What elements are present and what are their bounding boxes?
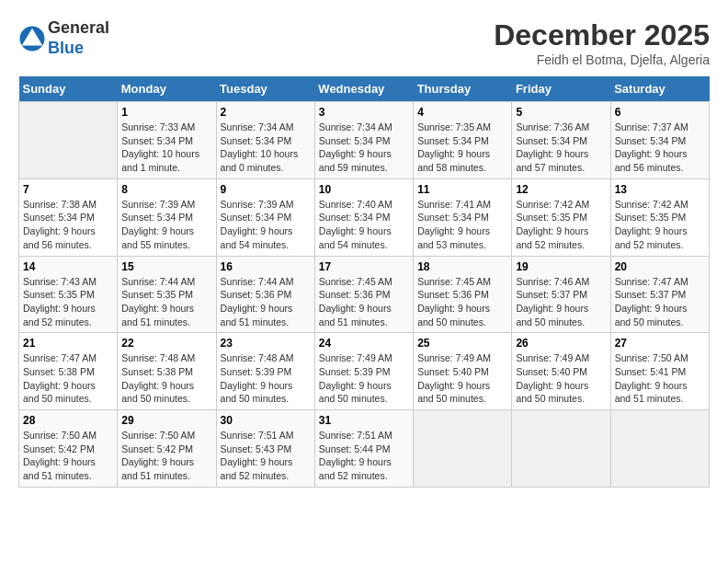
calendar-cell: 15Sunrise: 7:44 AM Sunset: 5:35 PM Dayli… [118,256,216,333]
day-number: 25 [417,337,507,350]
day-info: Sunrise: 7:42 AM Sunset: 5:35 PM Dayligh… [615,198,705,252]
calendar-cell: 26Sunrise: 7:49 AM Sunset: 5:40 PM Dayli… [512,333,610,410]
calendar-cell: 5Sunrise: 7:36 AM Sunset: 5:34 PM Daylig… [512,102,610,179]
calendar-cell: 22Sunrise: 7:48 AM Sunset: 5:38 PM Dayli… [118,333,216,410]
logo-text: General Blue [48,18,109,58]
day-info: Sunrise: 7:49 AM Sunset: 5:39 PM Dayligh… [319,351,409,406]
calendar-week-row: 14Sunrise: 7:43 AM Sunset: 5:35 PM Dayli… [19,256,710,333]
day-info: Sunrise: 7:40 AM Sunset: 5:34 PM Dayligh… [319,198,409,252]
calendar-table: SundayMondayTuesdayWednesdayThursdayFrid… [18,76,710,488]
day-number: 16 [221,260,311,273]
calendar-header-row: SundayMondayTuesdayWednesdayThursdayFrid… [19,76,710,102]
day-of-week-header: Thursday [414,76,512,102]
day-number: 13 [615,183,705,196]
day-info: Sunrise: 7:44 AM Sunset: 5:36 PM Dayligh… [221,275,311,329]
calendar-cell: 14Sunrise: 7:43 AM Sunset: 5:35 PM Dayli… [19,256,118,333]
day-info: Sunrise: 7:50 AM Sunset: 5:42 PM Dayligh… [23,429,113,483]
day-info: Sunrise: 7:33 AM Sunset: 5:34 PM Dayligh… [121,121,211,175]
day-info: Sunrise: 7:45 AM Sunset: 5:36 PM Dayligh… [319,275,409,329]
day-number: 23 [221,337,311,350]
calendar-week-row: 1Sunrise: 7:33 AM Sunset: 5:34 PM Daylig… [19,102,710,179]
calendar-cell: 13Sunrise: 7:42 AM Sunset: 5:35 PM Dayli… [610,178,709,256]
day-number: 14 [23,260,113,273]
calendar-cell: 29Sunrise: 7:50 AM Sunset: 5:42 PM Dayli… [118,410,216,488]
calendar-cell [414,410,512,488]
day-number: 22 [121,337,211,350]
day-number: 26 [516,337,606,350]
day-of-week-header: Sunday [19,76,118,102]
calendar-cell: 25Sunrise: 7:49 AM Sunset: 5:40 PM Dayli… [414,333,512,410]
calendar-cell: 20Sunrise: 7:47 AM Sunset: 5:37 PM Dayli… [610,256,709,333]
day-info: Sunrise: 7:48 AM Sunset: 5:39 PM Dayligh… [221,351,311,406]
day-number: 1 [121,106,211,119]
day-number: 29 [121,414,211,427]
day-info: Sunrise: 7:37 AM Sunset: 5:34 PM Dayligh… [615,121,705,175]
day-number: 6 [615,106,705,119]
day-number: 28 [23,414,113,427]
day-number: 24 [319,337,409,350]
calendar-cell: 10Sunrise: 7:40 AM Sunset: 5:34 PM Dayli… [314,178,413,256]
day-number: 15 [121,260,211,273]
calendar-cell [512,410,610,488]
day-number: 17 [319,260,409,273]
calendar-cell: 9Sunrise: 7:39 AM Sunset: 5:34 PM Daylig… [216,178,314,256]
calendar-cell: 11Sunrise: 7:41 AM Sunset: 5:34 PM Dayli… [414,178,512,256]
calendar-cell: 4Sunrise: 7:35 AM Sunset: 5:34 PM Daylig… [414,102,512,179]
day-number: 8 [121,183,211,196]
day-info: Sunrise: 7:34 AM Sunset: 5:34 PM Dayligh… [221,121,311,175]
day-number: 27 [615,337,705,350]
day-info: Sunrise: 7:38 AM Sunset: 5:34 PM Dayligh… [23,198,113,252]
calendar-cell: 30Sunrise: 7:51 AM Sunset: 5:43 PM Dayli… [216,410,314,488]
calendar-cell: 2Sunrise: 7:34 AM Sunset: 5:34 PM Daylig… [216,102,314,179]
day-info: Sunrise: 7:34 AM Sunset: 5:34 PM Dayligh… [319,121,409,175]
calendar-cell: 6Sunrise: 7:37 AM Sunset: 5:34 PM Daylig… [610,102,709,179]
day-info: Sunrise: 7:43 AM Sunset: 5:35 PM Dayligh… [23,275,113,329]
day-number: 5 [516,106,606,119]
day-number: 3 [319,106,409,119]
day-info: Sunrise: 7:35 AM Sunset: 5:34 PM Dayligh… [417,121,507,175]
calendar-week-row: 21Sunrise: 7:47 AM Sunset: 5:38 PM Dayli… [19,333,710,410]
day-number: 19 [516,260,606,273]
day-number: 2 [221,106,311,119]
day-info: Sunrise: 7:48 AM Sunset: 5:38 PM Dayligh… [121,351,211,406]
calendar-cell: 8Sunrise: 7:39 AM Sunset: 5:34 PM Daylig… [118,178,216,256]
calendar-cell: 21Sunrise: 7:47 AM Sunset: 5:38 PM Dayli… [19,333,118,410]
day-number: 12 [516,183,606,196]
calendar-cell: 19Sunrise: 7:46 AM Sunset: 5:37 PM Dayli… [512,256,610,333]
day-number: 21 [23,337,113,350]
calendar-cell: 27Sunrise: 7:50 AM Sunset: 5:41 PM Dayli… [610,333,709,410]
location: Feidh el Botma, Djelfa, Algeria [494,52,710,67]
day-number: 7 [23,183,113,196]
day-number: 9 [221,183,311,196]
day-number: 31 [319,414,409,427]
month-title: December 2025 [494,18,710,52]
day-of-week-header: Wednesday [314,76,413,102]
day-info: Sunrise: 7:47 AM Sunset: 5:37 PM Dayligh… [615,275,705,329]
calendar-cell: 23Sunrise: 7:48 AM Sunset: 5:39 PM Dayli… [216,333,314,410]
day-of-week-header: Saturday [610,76,709,102]
day-info: Sunrise: 7:50 AM Sunset: 5:41 PM Dayligh… [615,351,705,406]
day-number: 18 [417,260,507,273]
day-info: Sunrise: 7:42 AM Sunset: 5:35 PM Dayligh… [516,198,606,252]
logo-icon [18,25,46,52]
day-info: Sunrise: 7:51 AM Sunset: 5:43 PM Dayligh… [221,429,311,483]
day-info: Sunrise: 7:47 AM Sunset: 5:38 PM Dayligh… [23,351,113,406]
day-number: 30 [221,414,311,427]
day-info: Sunrise: 7:44 AM Sunset: 5:35 PM Dayligh… [121,275,211,329]
day-info: Sunrise: 7:39 AM Sunset: 5:34 PM Dayligh… [221,198,311,252]
day-info: Sunrise: 7:36 AM Sunset: 5:34 PM Dayligh… [516,121,606,175]
logo: General Blue [18,18,109,58]
day-info: Sunrise: 7:49 AM Sunset: 5:40 PM Dayligh… [417,351,507,406]
day-number: 11 [417,183,507,196]
day-info: Sunrise: 7:41 AM Sunset: 5:34 PM Dayligh… [417,198,507,252]
day-number: 10 [319,183,409,196]
calendar-cell: 3Sunrise: 7:34 AM Sunset: 5:34 PM Daylig… [314,102,413,179]
day-info: Sunrise: 7:46 AM Sunset: 5:37 PM Dayligh… [516,275,606,329]
calendar-cell [610,410,709,488]
calendar-cell: 17Sunrise: 7:45 AM Sunset: 5:36 PM Dayli… [314,256,413,333]
title-section: December 2025 Feidh el Botma, Djelfa, Al… [494,18,710,67]
day-info: Sunrise: 7:51 AM Sunset: 5:44 PM Dayligh… [319,429,409,483]
day-of-week-header: Monday [118,76,216,102]
calendar-cell: 7Sunrise: 7:38 AM Sunset: 5:34 PM Daylig… [19,178,118,256]
calendar-week-row: 28Sunrise: 7:50 AM Sunset: 5:42 PM Dayli… [19,410,710,488]
